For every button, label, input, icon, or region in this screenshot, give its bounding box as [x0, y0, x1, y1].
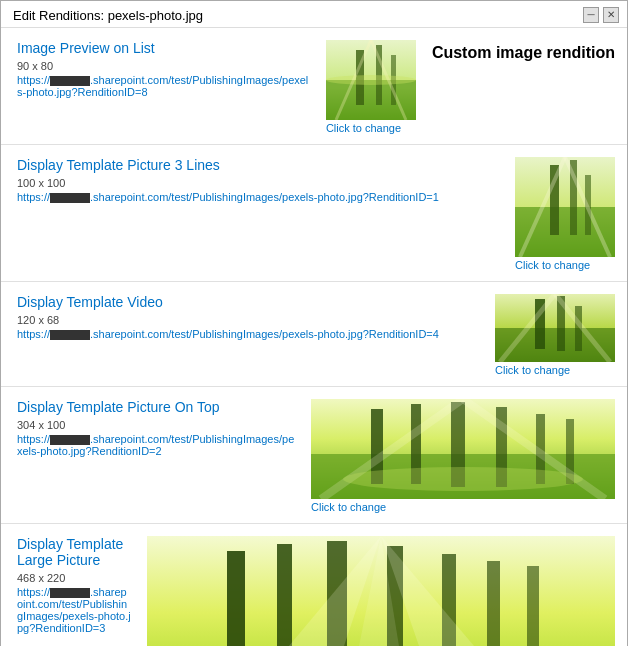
- rendition-url-3: https://.sharepoint.com/test/PublishingI…: [17, 328, 479, 340]
- rendition-info-4: Display Template Picture On Top 304 x 10…: [17, 399, 295, 457]
- rendition-size-4: 304 x 100: [17, 419, 295, 431]
- rendition-thumbnail-5[interactable]: [147, 536, 615, 646]
- redacted-1: [50, 76, 90, 86]
- rendition-name-2: Display Template Picture 3 Lines: [17, 157, 499, 173]
- rendition-name-4: Display Template Picture On Top: [17, 399, 295, 415]
- click-to-change-3[interactable]: Click to change: [495, 364, 570, 376]
- rendition-image-col-2: Click to change: [515, 157, 615, 271]
- svg-point-5: [326, 75, 416, 85]
- rendition-row-1: Image Preview on List 90 x 80 https://.s…: [1, 28, 627, 145]
- rendition-size-3: 120 x 68: [17, 314, 479, 326]
- rendition-url-2: https://.sharepoint.com/test/PublishingI…: [17, 191, 499, 203]
- image-wrapper-1: Click to change: [326, 40, 416, 134]
- minimize-button[interactable]: ─: [583, 7, 599, 23]
- svg-rect-41: [527, 566, 539, 646]
- edit-renditions-dialog: Edit Renditions: pexels-photo.jpg ─ ✕ Im…: [0, 0, 628, 646]
- rendition-info-5: Display Template Large Picture 468 x 220…: [17, 536, 131, 634]
- svg-rect-35: [227, 551, 245, 646]
- redacted-5: [50, 588, 90, 598]
- rendition-info-3: Display Template Video 120 x 68 https://…: [17, 294, 479, 340]
- rendition-size-2: 100 x 100: [17, 177, 499, 189]
- redacted-2: [50, 193, 90, 203]
- rendition-info-1: Image Preview on List 90 x 80 https://.s…: [17, 40, 310, 98]
- rendition-thumbnail-2[interactable]: [515, 157, 615, 257]
- image-wrapper-3: Click to change: [495, 294, 615, 376]
- custom-image-rendition-label: Custom image rendition: [432, 40, 615, 62]
- rendition-thumbnail-1[interactable]: [326, 40, 416, 120]
- rendition-name-3: Display Template Video: [17, 294, 479, 310]
- rendition-url-5: https://.sharepoint.com/test/PublishingI…: [17, 586, 131, 634]
- image-wrapper-2: Click to change: [515, 157, 615, 271]
- redacted-4: [50, 435, 90, 445]
- rendition-image-col-1: Click to change Custom image rendition: [326, 40, 615, 134]
- rendition-row-2: Display Template Picture 3 Lines 100 x 1…: [1, 145, 627, 282]
- rendition-row-3: Display Template Video 120 x 68 https://…: [1, 282, 627, 387]
- click-to-change-4[interactable]: Click to change: [311, 501, 386, 513]
- svg-rect-36: [277, 544, 292, 646]
- rendition-thumbnail-4[interactable]: [311, 399, 615, 499]
- rendition-info-2: Display Template Picture 3 Lines 100 x 1…: [17, 157, 499, 203]
- rendition-size-5: 468 x 220: [17, 572, 131, 584]
- image-wrapper-5: Click to change: [147, 536, 615, 646]
- rendition-size-1: 90 x 80: [17, 60, 310, 72]
- rendition-image-col-3: Click to change: [495, 294, 615, 376]
- svg-rect-40: [487, 561, 500, 646]
- rendition-thumbnail-3[interactable]: [495, 294, 615, 362]
- renditions-list: Image Preview on List 90 x 80 https://.s…: [1, 28, 627, 646]
- redacted-3: [50, 330, 90, 340]
- rendition-row-4: Display Template Picture On Top 304 x 10…: [1, 387, 627, 524]
- image-wrapper-4: Click to change: [311, 399, 615, 513]
- rendition-row-5: Display Template Large Picture 468 x 220…: [1, 524, 627, 646]
- rendition-image-col-5: Click to change: [147, 536, 615, 646]
- dialog-titlebar: Edit Renditions: pexels-photo.jpg ─ ✕: [1, 1, 627, 28]
- rendition-name-1: Image Preview on List: [17, 40, 310, 56]
- rendition-name-5: Display Template Large Picture: [17, 536, 131, 568]
- titlebar-controls: ─ ✕: [583, 7, 619, 23]
- click-to-change-2[interactable]: Click to change: [515, 259, 590, 271]
- rendition-url-1: https://.sharepoint.com/test/PublishingI…: [17, 74, 310, 98]
- rendition-url-4: https://.sharepoint.com/test/PublishingI…: [17, 433, 295, 457]
- svg-point-32: [343, 467, 583, 491]
- close-button[interactable]: ✕: [603, 7, 619, 23]
- dialog-title: Edit Renditions: pexels-photo.jpg: [13, 8, 203, 23]
- rendition-image-col-4: Click to change: [311, 399, 615, 513]
- click-to-change-1[interactable]: Click to change: [326, 122, 401, 134]
